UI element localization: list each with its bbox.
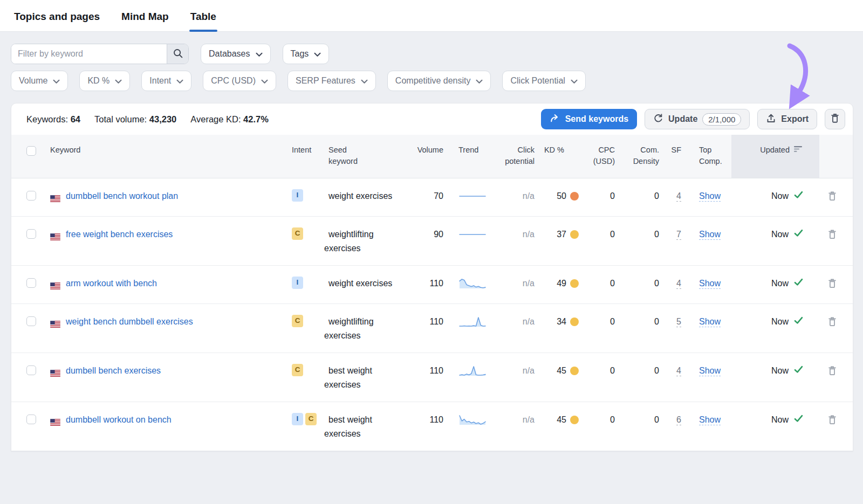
column-label: Keyword — [50, 146, 80, 154]
kd-level-dot — [570, 416, 579, 424]
serp-features-count[interactable]: 4 — [676, 191, 681, 202]
kd-value: 34 — [557, 315, 566, 329]
row-checkbox[interactable] — [26, 415, 36, 424]
top-competitors-show-link[interactable]: Show — [699, 279, 721, 289]
keyword-link[interactable]: dumbbell workout on bench — [66, 413, 172, 427]
delete-row-button[interactable] — [827, 365, 838, 381]
click-potential-value: n/a — [505, 216, 540, 265]
click-potential-value: n/a — [505, 353, 540, 402]
column-header-volume[interactable]: Volume — [410, 135, 447, 178]
row-checkbox[interactable] — [26, 278, 36, 288]
us-flag-icon — [50, 192, 60, 206]
table-row: free weight bench exercisesCweightliftin… — [11, 216, 853, 265]
keyword-link[interactable]: free weight bench exercises — [66, 227, 173, 241]
search-input[interactable] — [11, 44, 167, 64]
column-header-sf[interactable]: SF — [662, 135, 691, 178]
filter-dropdown-kd-[interactable]: KD % — [79, 71, 130, 91]
click-potential-value: n/a — [505, 265, 540, 303]
stat-average-kd: Average KD: 42.7% — [190, 114, 269, 125]
filter-dropdown-click-potential[interactable]: Click Potential — [502, 71, 585, 91]
dropdown-label: Intent — [149, 76, 171, 86]
select-all-checkbox[interactable] — [26, 146, 36, 156]
chevron-down-icon — [53, 77, 60, 86]
keyword-link[interactable]: weight bench dumbbell exercises — [66, 315, 193, 329]
top-competitors-show-link[interactable]: Show — [699, 230, 721, 240]
delete-row-button[interactable] — [827, 229, 838, 244]
column-label: Updated — [760, 144, 790, 156]
check-icon — [794, 315, 803, 329]
filter-dropdown-databases[interactable]: Databases — [201, 44, 271, 64]
update-quota-badge: 2/1,000 — [702, 113, 741, 126]
chevron-down-icon — [476, 77, 483, 86]
top-competitors-show-link[interactable]: Show — [699, 415, 721, 425]
top-competitors-show-link[interactable]: Show — [699, 317, 721, 327]
us-flag-icon — [50, 416, 60, 430]
filter-dropdown-intent[interactable]: Intent — [141, 71, 191, 91]
row-checkbox[interactable] — [26, 191, 36, 201]
updated-value: Now — [771, 364, 789, 378]
table-row: arm workout with benchIweight exercises1… — [11, 265, 853, 303]
column-header-updated[interactable]: Updated — [731, 135, 819, 178]
tab-table[interactable]: Table — [189, 11, 217, 31]
tab-mind-map[interactable]: Mind Map — [120, 11, 170, 31]
column-label: SF — [671, 146, 681, 154]
delete-row-button[interactable] — [827, 316, 838, 332]
delete-row-button[interactable] — [827, 190, 838, 206]
delete-row-button[interactable] — [827, 414, 838, 430]
column-label: Com.Density — [633, 146, 659, 165]
chevron-down-icon — [571, 77, 578, 86]
column-header-com-density[interactable]: Com.Density — [618, 135, 662, 178]
dropdown-label: KD % — [87, 76, 109, 86]
column-header-trend[interactable]: Trend — [447, 135, 505, 178]
keyword-link[interactable]: arm workout with bench — [66, 277, 157, 291]
cpc-value: 0 — [583, 353, 618, 402]
column-header-top-comp[interactable]: TopComp. — [691, 135, 731, 178]
cpc-value: 0 — [583, 216, 618, 265]
chevron-down-icon — [256, 50, 263, 59]
send-keywords-button[interactable]: Send keywords — [541, 109, 637, 129]
delete-all-button[interactable] — [825, 109, 845, 129]
tab-topics-and-pages[interactable]: Topics and pages — [13, 11, 101, 31]
delete-row-button[interactable] — [827, 278, 838, 293]
keyword-link[interactable]: dumbbell bench workout plan — [66, 189, 178, 203]
export-button[interactable]: Export — [757, 109, 817, 129]
com-density-value: 0 — [618, 216, 662, 265]
column-header-seed[interactable]: Seedkeyword — [324, 135, 410, 178]
column-header-intent[interactable]: Intent — [286, 135, 324, 178]
top-competitors-show-link[interactable]: Show — [699, 191, 721, 202]
serp-features-count[interactable]: 4 — [676, 279, 681, 289]
seed-keyword: weightlifting exercises — [324, 317, 374, 340]
keyword-link[interactable]: dumbell bench exercises — [66, 364, 161, 378]
column-header-keyword[interactable]: Keyword — [42, 135, 286, 178]
filter-dropdown-competitive-density[interactable]: Competitive density — [387, 71, 491, 91]
trend-sparkline — [458, 369, 487, 378]
chevron-down-icon — [115, 77, 122, 86]
serp-features-count[interactable]: 5 — [676, 317, 681, 327]
row-checkbox[interactable] — [26, 365, 36, 375]
serp-features-count[interactable]: 4 — [676, 366, 681, 376]
column-label: CPC(USD) — [593, 146, 615, 165]
filter-dropdown-volume[interactable]: Volume — [11, 71, 68, 91]
kd-value: 45 — [557, 413, 566, 427]
row-checkbox[interactable] — [26, 316, 36, 326]
column-header-click-potential[interactable]: Clickpotential — [505, 135, 540, 178]
serp-features-count[interactable]: 7 — [676, 230, 681, 240]
top-competitors-show-link[interactable]: Show — [699, 366, 721, 376]
kd-value: 50 — [557, 189, 566, 203]
search-button[interactable] — [167, 44, 188, 64]
column-header-cpc[interactable]: CPC(USD) — [583, 135, 618, 178]
updated-value: Now — [771, 315, 789, 329]
kd-value: 45 — [557, 364, 566, 378]
row-checkbox[interactable] — [26, 229, 36, 239]
update-button[interactable]: Update 2/1,000 — [645, 109, 750, 129]
serp-features-count[interactable]: 6 — [676, 415, 681, 425]
kd-value: 37 — [557, 227, 566, 241]
cpc-value: 0 — [583, 303, 618, 353]
filter-dropdown-cpc-usd-[interactable]: CPC (USD) — [203, 71, 276, 91]
check-icon — [794, 364, 803, 378]
filter-dropdown-tags[interactable]: Tags — [283, 44, 330, 64]
table-actions: Send keywords Update 2/1,000 Export — [541, 109, 845, 129]
check-icon — [794, 189, 803, 203]
filter-dropdown-serp-features[interactable]: SERP Features — [287, 71, 376, 91]
column-header-kd[interactable]: KD % — [540, 135, 583, 178]
